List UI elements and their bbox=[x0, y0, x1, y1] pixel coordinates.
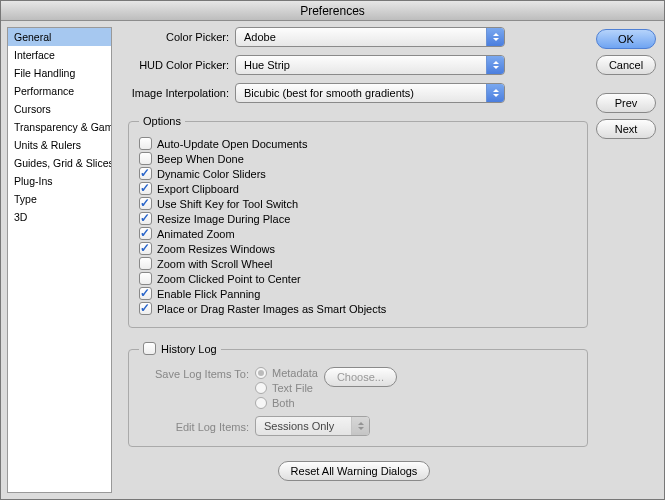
hud-picker-row: HUD Color Picker: Hue Strip bbox=[120, 55, 588, 75]
option-row: Animated Zoom bbox=[139, 227, 577, 240]
options-legend: Options bbox=[139, 115, 185, 127]
option-label: Auto-Update Open Documents bbox=[157, 138, 307, 150]
option-checkbox[interactable] bbox=[139, 137, 152, 150]
option-label: Zoom Clicked Point to Center bbox=[157, 273, 301, 285]
option-row: Zoom with Scroll Wheel bbox=[139, 257, 577, 270]
interp-label: Image Interpolation: bbox=[120, 87, 235, 99]
updown-icon bbox=[486, 56, 504, 74]
category-sidebar: GeneralInterfaceFile HandlingPerformance… bbox=[7, 27, 112, 493]
option-checkbox[interactable] bbox=[139, 167, 152, 180]
interp-row: Image Interpolation: Bicubic (best for s… bbox=[120, 83, 588, 103]
option-checkbox[interactable] bbox=[139, 302, 152, 315]
history-radio-row: Both bbox=[255, 397, 318, 409]
option-row: Enable Flick Panning bbox=[139, 287, 577, 300]
sidebar-item-type[interactable]: Type bbox=[8, 190, 111, 208]
option-label: Beep When Done bbox=[157, 153, 244, 165]
history-group: History Log Save Log Items To: MetadataT… bbox=[128, 340, 588, 447]
sidebar-item-file-handling[interactable]: File Handling bbox=[8, 64, 111, 82]
window-title: Preferences bbox=[300, 4, 365, 18]
sidebar-item-cursors[interactable]: Cursors bbox=[8, 100, 111, 118]
options-group: Options Auto-Update Open DocumentsBeep W… bbox=[128, 115, 588, 328]
option-checkbox[interactable] bbox=[139, 257, 152, 270]
option-checkbox[interactable] bbox=[139, 212, 152, 225]
option-label: Enable Flick Panning bbox=[157, 288, 260, 300]
color-picker-label: Color Picker: bbox=[120, 31, 235, 43]
color-picker-select[interactable]: Adobe bbox=[235, 27, 505, 47]
option-checkbox[interactable] bbox=[139, 242, 152, 255]
option-checkbox[interactable] bbox=[139, 227, 152, 240]
cancel-button[interactable]: Cancel bbox=[596, 55, 656, 75]
color-picker-value: Adobe bbox=[244, 31, 276, 43]
hud-picker-value: Hue Strip bbox=[244, 59, 290, 71]
history-log-label: History Log bbox=[161, 343, 217, 355]
option-row: Dynamic Color Sliders bbox=[139, 167, 577, 180]
option-row: Resize Image During Place bbox=[139, 212, 577, 225]
ok-button[interactable]: OK bbox=[596, 29, 656, 49]
option-row: Use Shift Key for Tool Switch bbox=[139, 197, 577, 210]
next-button[interactable]: Next bbox=[596, 119, 656, 139]
history-log-checkbox[interactable] bbox=[143, 342, 156, 355]
sidebar-item-plug-ins[interactable]: Plug-Ins bbox=[8, 172, 111, 190]
option-label: Zoom Resizes Windows bbox=[157, 243, 275, 255]
option-checkbox[interactable] bbox=[139, 272, 152, 285]
option-row: Zoom Clicked Point to Center bbox=[139, 272, 577, 285]
hud-picker-select[interactable]: Hue Strip bbox=[235, 55, 505, 75]
sidebar-item-interface[interactable]: Interface bbox=[8, 46, 111, 64]
color-picker-row: Color Picker: Adobe bbox=[120, 27, 588, 47]
edit-log-value: Sessions Only bbox=[264, 420, 334, 432]
sidebar-item-general[interactable]: General bbox=[8, 28, 111, 46]
sidebar-item-guides-grid-slices[interactable]: Guides, Grid & Slices bbox=[8, 154, 111, 172]
choose-button[interactable]: Choose... bbox=[324, 367, 397, 387]
hud-picker-label: HUD Color Picker: bbox=[120, 59, 235, 71]
sidebar-item-units-rulers[interactable]: Units & Rulers bbox=[8, 136, 111, 154]
option-label: Dynamic Color Sliders bbox=[157, 168, 266, 180]
option-label: Zoom with Scroll Wheel bbox=[157, 258, 273, 270]
option-checkbox[interactable] bbox=[139, 152, 152, 165]
updown-icon bbox=[351, 417, 369, 435]
window-body: GeneralInterfaceFile HandlingPerformance… bbox=[1, 21, 664, 499]
history-radio-label: Both bbox=[272, 397, 295, 409]
option-label: Export Clipboard bbox=[157, 183, 239, 195]
edit-log-select[interactable]: Sessions Only bbox=[255, 416, 370, 436]
history-radio[interactable] bbox=[255, 367, 267, 379]
main-panel: Color Picker: Adobe HUD Color Picker: Hu… bbox=[120, 27, 588, 493]
updown-icon bbox=[486, 84, 504, 102]
history-radio-label: Metadata bbox=[272, 367, 318, 379]
option-checkbox[interactable] bbox=[139, 197, 152, 210]
option-row: Place or Drag Raster Images as Smart Obj… bbox=[139, 302, 577, 315]
history-radio-row: Metadata bbox=[255, 367, 318, 379]
history-radio-row: Text File bbox=[255, 382, 318, 394]
preferences-window: Preferences GeneralInterfaceFile Handlin… bbox=[0, 0, 665, 500]
option-label: Place or Drag Raster Images as Smart Obj… bbox=[157, 303, 386, 315]
sidebar-item-performance[interactable]: Performance bbox=[8, 82, 111, 100]
option-row: Beep When Done bbox=[139, 152, 577, 165]
sidebar-item-3d[interactable]: 3D bbox=[8, 208, 111, 226]
option-checkbox[interactable] bbox=[139, 287, 152, 300]
prev-button[interactable]: Prev bbox=[596, 93, 656, 113]
option-label: Resize Image During Place bbox=[157, 213, 290, 225]
dialog-buttons: OK Cancel Prev Next bbox=[596, 27, 658, 493]
sidebar-item-transparency-gamut[interactable]: Transparency & Gamut bbox=[8, 118, 111, 136]
save-log-label: Save Log Items To: bbox=[149, 367, 249, 380]
interp-value: Bicubic (best for smooth gradients) bbox=[244, 87, 414, 99]
updown-icon bbox=[486, 28, 504, 46]
option-checkbox[interactable] bbox=[139, 182, 152, 195]
option-row: Auto-Update Open Documents bbox=[139, 137, 577, 150]
option-row: Zoom Resizes Windows bbox=[139, 242, 577, 255]
history-radio-label: Text File bbox=[272, 382, 313, 394]
history-radio[interactable] bbox=[255, 382, 267, 394]
history-radio[interactable] bbox=[255, 397, 267, 409]
option-label: Use Shift Key for Tool Switch bbox=[157, 198, 298, 210]
option-label: Animated Zoom bbox=[157, 228, 235, 240]
interp-select[interactable]: Bicubic (best for smooth gradients) bbox=[235, 83, 505, 103]
reset-warnings-button[interactable]: Reset All Warning Dialogs bbox=[278, 461, 431, 481]
option-row: Export Clipboard bbox=[139, 182, 577, 195]
window-titlebar: Preferences bbox=[1, 1, 664, 21]
edit-log-label: Edit Log Items: bbox=[149, 420, 249, 433]
